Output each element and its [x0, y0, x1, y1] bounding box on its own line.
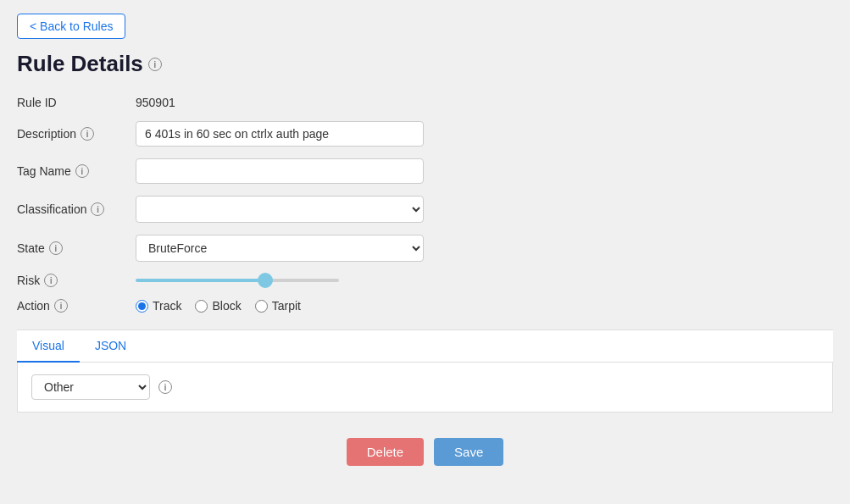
state-label: State i: [17, 241, 136, 255]
action-row: Action i Track Block Tarpit: [17, 299, 833, 313]
page-title-text: Rule Details: [17, 51, 143, 77]
page-wrapper: < Back to Rules Rule Details i Rule ID 9…: [0, 0, 850, 496]
action-field-wrapper: Track Block Tarpit: [136, 299, 424, 313]
tabs-container: Visual JSON Other SQL Injection XSS Brut…: [17, 330, 833, 413]
tab-visual[interactable]: Visual: [17, 330, 80, 363]
description-field-wrapper: [136, 121, 424, 147]
tab-content-visual: Other SQL Injection XSS BruteForce i: [17, 363, 833, 413]
rule-id-label: Rule ID: [17, 96, 136, 109]
tab-content-inner: Other SQL Injection XSS BruteForce i: [31, 374, 819, 400]
tag-name-info-icon: i: [75, 164, 89, 178]
risk-info-icon: i: [44, 274, 58, 287]
state-select[interactable]: BruteForce SQL Injection XSS Other: [136, 235, 424, 262]
back-to-rules-button[interactable]: < Back to Rules: [17, 14, 125, 39]
classification-info-icon: i: [91, 202, 104, 216]
tag-name-field-wrapper: [136, 158, 424, 184]
description-row: Description i: [17, 121, 833, 147]
action-block-radio[interactable]: [195, 300, 208, 313]
risk-slider-wrapper: [136, 279, 424, 282]
action-label: Action i: [17, 299, 136, 313]
rule-id-row: Rule ID 950901: [17, 96, 833, 109]
action-block-label[interactable]: Block: [195, 299, 241, 313]
action-track-label[interactable]: Track: [136, 299, 181, 313]
description-label: Description i: [17, 127, 136, 141]
description-input[interactable]: [136, 121, 424, 147]
risk-slider[interactable]: [136, 279, 339, 282]
risk-row: Risk i: [17, 274, 833, 287]
page-title-info-icon: i: [148, 58, 162, 71]
other-info-icon: i: [158, 380, 172, 394]
action-block-text: Block: [212, 299, 241, 313]
action-info-icon: i: [54, 299, 68, 313]
rule-form: Rule ID 950901 Description i Tag Name i: [17, 96, 833, 313]
footer-buttons: Delete Save: [17, 438, 833, 483]
action-track-radio[interactable]: [136, 300, 148, 313]
action-tarpit-radio[interactable]: [255, 300, 268, 313]
classification-row: Classification i SQL Injection XSS Brute…: [17, 196, 833, 223]
state-row: State i BruteForce SQL Injection XSS Oth…: [17, 235, 833, 262]
rule-id-value: 950901: [136, 96, 424, 109]
page-title: Rule Details i: [17, 51, 833, 77]
tab-json[interactable]: JSON: [80, 330, 142, 363]
action-radio-group: Track Block Tarpit: [136, 299, 424, 313]
description-info-icon: i: [81, 127, 94, 141]
classification-select[interactable]: SQL Injection XSS BruteForce Other: [136, 196, 424, 223]
state-info-icon: i: [49, 241, 63, 255]
risk-label: Risk i: [17, 274, 136, 287]
other-select[interactable]: Other SQL Injection XSS BruteForce: [31, 374, 150, 400]
state-field-wrapper: BruteForce SQL Injection XSS Other: [136, 235, 424, 262]
save-button[interactable]: Save: [434, 438, 503, 466]
delete-button[interactable]: Delete: [347, 438, 424, 466]
classification-field-wrapper: SQL Injection XSS BruteForce Other: [136, 196, 424, 223]
action-tarpit-text: Tarpit: [272, 299, 301, 313]
action-tarpit-label[interactable]: Tarpit: [255, 299, 301, 313]
action-track-text: Track: [153, 299, 181, 313]
tag-name-row: Tag Name i: [17, 158, 833, 184]
tag-name-input[interactable]: [136, 158, 424, 184]
tabs-header: Visual JSON: [17, 330, 833, 363]
tag-name-label: Tag Name i: [17, 164, 136, 178]
classification-label: Classification i: [17, 202, 136, 216]
